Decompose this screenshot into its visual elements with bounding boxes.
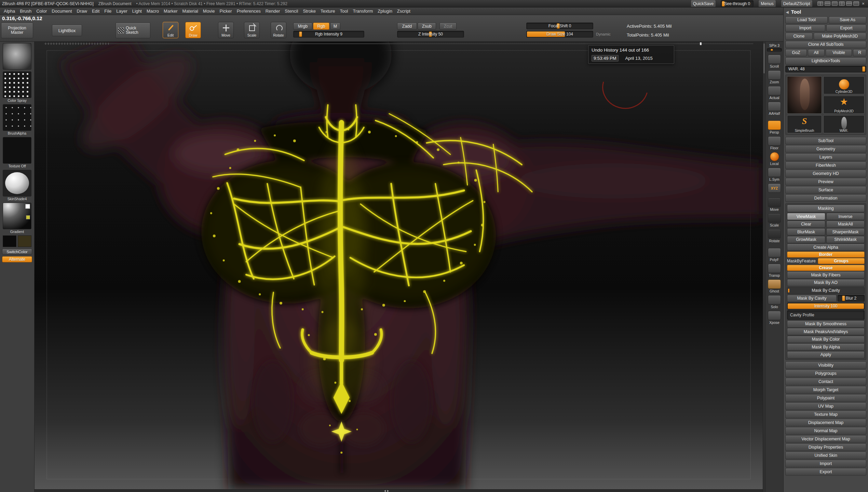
rstrip-persp-button[interactable]: Persp [767,121,782,134]
section-bar[interactable]: Polypaint [785,394,866,402]
stroke-thumbnail[interactable] [3,71,31,98]
menu-item[interactable]: Brush [17,9,34,14]
export-tool-button[interactable]: Export [826,25,866,32]
panel-left-icon[interactable] [839,1,845,6]
menu-item[interactable]: Layer [114,9,130,14]
tool-thumb-polymesh3d[interactable]: PolyMesh3D [823,96,865,114]
clear-mask-button[interactable]: Clear [787,221,825,228]
menu-item[interactable]: Material [180,9,201,14]
mask-by-smoothness-button[interactable]: Mask By Smoothness [787,320,865,328]
panel-bottom-icon[interactable] [846,1,852,6]
section-bar[interactable]: Import [785,460,866,467]
material-picker[interactable]: SkinShade4 [3,170,31,201]
undo-history-marker[interactable] [700,42,702,45]
menu-item[interactable]: Draw [74,9,90,14]
apply-mask-button[interactable]: Apply [787,351,865,358]
goz-visible-button[interactable]: Visible [826,49,852,56]
create-alpha-button[interactable]: Create Alpha [787,244,865,251]
undo-history-track[interactable] [44,42,753,45]
z-intensity-slider[interactable]: Z Intensity 50 [397,31,464,38]
mask-by-cavity-header[interactable]: Mask By Cavity [787,287,865,294]
section-bar[interactable]: Export [785,468,866,476]
menu-item[interactable]: Zplugin [375,9,395,14]
section-bar[interactable]: Texture Map [785,411,866,418]
focal-shift-slider[interactable]: Focal Shift 0 [526,23,593,29]
mask-crease-button[interactable]: Crease [787,265,865,271]
document-canvas[interactable]: Undo History 144 out of 166 9:53:49 PM A… [35,42,763,492]
menus-toggle[interactable]: Menus [758,0,776,7]
lightbox-tools-button[interactable]: Lightbox>Tools [785,57,866,65]
section-bar[interactable]: Deformation [785,194,866,202]
shrinkmask-button[interactable]: ShrinkMask [826,236,865,243]
close-icon[interactable]: × [860,1,866,6]
quicksave-button[interactable]: QuickSave [691,0,716,7]
mask-by-alpha-button[interactable]: Mask By Alpha [787,343,865,351]
move-mode-button[interactable]: Move [218,22,234,38]
rstrip-polyf-button[interactable]: PolyF [767,248,782,262]
mask-border-button[interactable]: Border [787,251,865,258]
section-bar[interactable]: Preview [785,178,866,186]
rstrip-ghost-button[interactable]: Ghost [767,279,782,293]
menu-item[interactable]: Texture [318,9,338,14]
brush-picker[interactable] [3,43,31,70]
sharpenmask-button[interactable]: SharpenMask [826,228,865,235]
mask-by-color-button[interactable]: Mask By Color [787,336,865,343]
menu-item[interactable]: File [102,9,114,14]
growmask-button[interactable]: GrowMask [787,236,825,243]
goz-all-button[interactable]: All [808,49,824,56]
spix-slider[interactable]: SPix 3 [767,43,782,52]
panel-full-icon[interactable] [853,1,859,6]
menu-item[interactable]: Transform [350,9,375,14]
rotate-mode-button[interactable]: Rotate [271,22,286,38]
rstrip-aahalf-button[interactable]: AAHalf [767,102,782,115]
active-tool-thumbnail[interactable] [787,76,822,114]
menu-item[interactable]: Picker [217,9,234,14]
zadd-button[interactable]: Zadd [397,23,417,30]
rstrip-floor-button[interactable]: Floor [767,136,782,150]
dynamic-label[interactable]: Dynamic [596,32,611,36]
load-tool-button[interactable]: Load Tool [785,16,828,24]
scroll-right-icon[interactable] [387,490,389,492]
m-button[interactable]: M [330,23,340,30]
section-bar[interactable]: Vector Displacement Map [785,435,866,443]
layout-single-icon[interactable] [832,1,838,6]
rstrip-actual-button[interactable]: Actual [767,86,782,100]
color-picker[interactable]: Gradient [3,203,31,234]
section-bar[interactable]: Geometry [785,145,866,153]
menu-item[interactable]: Zscript [395,9,413,14]
canvas-vertical-scrollbar[interactable] [763,42,765,492]
section-bar[interactable]: Normal Map [785,427,866,435]
mask-by-fibers-button[interactable]: Mask By Fibers [787,271,865,278]
clone-all-subtools-button[interactable]: Clone All SubTools [785,41,866,48]
make-polymesh3d-button[interactable]: Make PolyMesh3D [814,33,866,40]
scroll-arrows[interactable] [384,490,389,492]
quick-sketch-button[interactable]: Quick Sketch [116,23,150,38]
blurmask-button[interactable]: BlurMask [787,228,825,235]
mask-by-cavity-button[interactable]: Mask By Cavity [787,295,837,302]
texture-picker[interactable]: Texture Off [3,137,31,168]
menu-item[interactable]: Light [130,9,144,14]
menu-item[interactable]: Macro [144,9,161,14]
rstrip-solo-button[interactable]: Solo [767,295,782,309]
current-tool-slider[interactable]: WAR. 48 [785,66,866,72]
secondary-color-swatch[interactable] [18,235,31,247]
menu-item[interactable]: Render [263,9,283,14]
alpha-picker[interactable]: BrushAlpha [3,104,31,135]
cavity-intensity-slider[interactable]: Intensity 100 [787,303,865,310]
stroke-picker[interactable]: Color Spray [3,71,31,102]
collapse-panel-icon[interactable]: ◀ [786,10,789,14]
rgb-button[interactable]: Rgb [313,23,329,30]
texture-thumbnail[interactable] [3,137,31,164]
mask-peaksandvalleys-button[interactable]: Mask PeaksAndValleys [787,328,865,335]
rstrip-scroll-button[interactable]: Scroll [767,55,782,68]
rstrip-xpose-button[interactable]: Xpose [767,311,782,325]
section-bar[interactable]: Visibility [785,361,866,369]
goz-button[interactable]: GoZ [785,49,807,56]
section-bar[interactable]: Display Properties [785,443,866,451]
rstrip-rotate-button[interactable]: Rotate [767,229,782,243]
rstrip-local-button[interactable]: Local [767,152,782,166]
zsub-button[interactable]: Zsub [418,23,436,30]
brush-thumbnail[interactable] [3,43,31,70]
menu-item[interactable]: Stroke [300,9,318,14]
menu-item[interactable]: Marker [161,9,180,14]
